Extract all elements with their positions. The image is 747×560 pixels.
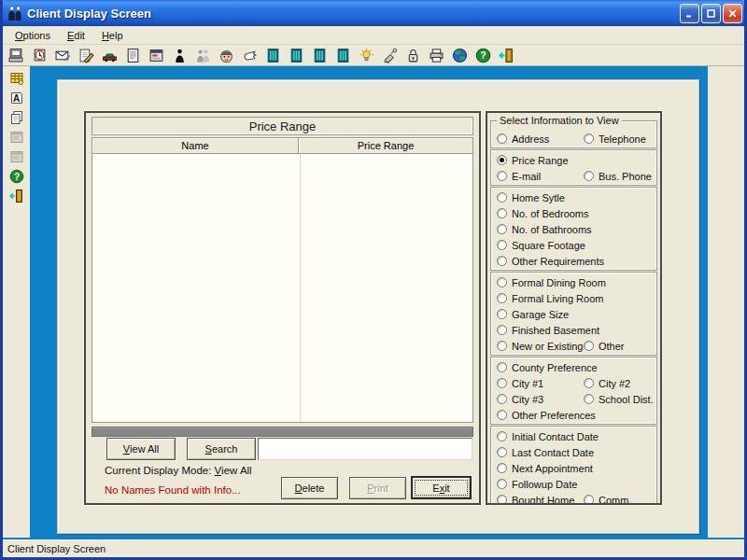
clipboard-copy-icon[interactable] (7, 109, 26, 125)
radio-label: Next Appointment (512, 463, 593, 474)
radio-telephone[interactable]: Telephone (584, 133, 646, 145)
radio-button-circle[interactable] (497, 192, 507, 203)
radio-button-circle[interactable] (584, 341, 594, 351)
radio-new-or-existing[interactable]: New or Existing (497, 341, 584, 352)
close-button[interactable] (723, 4, 742, 23)
radio-button-circle[interactable] (497, 208, 507, 218)
radio-button-circle[interactable] (497, 133, 507, 144)
radio-garage-size[interactable]: Garage Size (497, 309, 569, 320)
font-letter-a-icon[interactable]: A (7, 90, 26, 105)
exit-door-icon[interactable] (7, 188, 26, 203)
radio-button-circle[interactable] (497, 277, 507, 287)
radio-button-circle[interactable] (497, 447, 507, 457)
exit-button[interactable]: Exit (411, 476, 472, 499)
face-icon[interactable] (217, 46, 235, 64)
door-gate-icon-2[interactable] (287, 46, 305, 64)
radio-price-range[interactable]: Price Range (497, 155, 569, 166)
radio-next-appointment[interactable]: Next Appointment (497, 463, 593, 474)
radio-button-circle[interactable] (497, 495, 507, 505)
menu-help[interactable]: Help (93, 28, 132, 43)
satellite-icon[interactable] (380, 46, 399, 64)
computer-icon[interactable] (7, 46, 25, 64)
radio-button-circle[interactable] (584, 378, 594, 388)
menu-edit[interactable]: Edit (59, 28, 93, 43)
radio-button-circle[interactable] (497, 293, 507, 303)
spreadsheet-grid-icon[interactable] (7, 70, 26, 86)
radio-button-circle[interactable] (497, 256, 507, 266)
radio-button-circle[interactable] (497, 410, 507, 420)
radio-button-circle[interactable] (497, 431, 507, 441)
mail-envelope-icon[interactable] (53, 46, 72, 64)
radio-initial-contact-date[interactable]: Initial Contact Date (497, 431, 599, 442)
help-icon[interactable]: ? (473, 46, 492, 64)
radio-comm[interactable]: Comm. (584, 495, 631, 506)
radio-button-circle[interactable] (497, 155, 507, 165)
person-icon[interactable] (170, 46, 189, 64)
radio-button-circle[interactable] (584, 495, 594, 505)
car-icon[interactable] (100, 46, 119, 64)
radio-button-circle[interactable] (497, 240, 507, 250)
delete-button[interactable]: Delete (281, 477, 338, 499)
radio-button-circle[interactable] (584, 133, 594, 144)
radio-button-circle[interactable] (497, 394, 507, 404)
radio-other-preferences[interactable]: Other Preferences (497, 410, 596, 421)
lightbulb-icon[interactable] (357, 46, 375, 64)
hand-icon[interactable] (240, 46, 259, 64)
two-people-icon[interactable] (7, 5, 23, 21)
radio-other[interactable]: Other (584, 341, 625, 352)
radio-button-circle[interactable] (497, 463, 507, 473)
notepad-icon[interactable] (123, 46, 142, 64)
radio-no-of-bedrooms[interactable]: No. of Bedrooms (497, 208, 589, 219)
radio-button-circle[interactable] (497, 325, 507, 335)
people-disabled-icon[interactable] (193, 46, 212, 64)
radio-bus-phone[interactable]: Bus. Phone (584, 171, 652, 182)
radio-button-circle[interactable] (497, 362, 507, 372)
lock-icon[interactable] (403, 46, 422, 64)
screen-disabled-icon-1[interactable] (7, 129, 26, 145)
globe-icon[interactable] (450, 46, 469, 64)
search-button[interactable]: Search (187, 438, 256, 460)
radio-city-1[interactable]: City #1 (497, 378, 584, 389)
radio-city-2[interactable]: City #2 (584, 378, 630, 389)
radio-address[interactable]: Address (497, 133, 584, 145)
radio-button-circle[interactable] (497, 341, 507, 351)
radio-e-mail[interactable]: E-mail (497, 171, 584, 182)
screen-icon[interactable] (147, 46, 165, 64)
table-body[interactable] (92, 154, 473, 423)
printer-icon[interactable] (427, 46, 445, 64)
door-gate-icon-4[interactable] (333, 46, 352, 64)
radio-button-circle[interactable] (497, 378, 507, 388)
minimize-button[interactable] (680, 4, 699, 23)
radio-finished-basement[interactable]: Finished Basement (497, 325, 599, 336)
door-gate-icon-3[interactable] (310, 46, 329, 64)
radio-other-requirements[interactable]: Other Requirements (497, 256, 604, 267)
radio-button-circle[interactable] (584, 171, 594, 181)
radio-formal-living-room[interactable]: Formal Living Room (497, 293, 603, 304)
radio-school-dist[interactable]: School Dist. (584, 394, 654, 405)
radio-no-of-bathrooms[interactable]: No. of Bathrooms (497, 224, 592, 235)
radio-bought-home[interactable]: Bought Home (497, 495, 584, 506)
screen-disabled-icon-2[interactable] (7, 148, 26, 164)
horizontal-scrollbar[interactable] (92, 427, 473, 437)
menu-options[interactable]: Options (7, 28, 59, 43)
radio-county-preference[interactable]: County Preference (497, 362, 598, 373)
door-gate-icon-1[interactable] (263, 46, 282, 64)
radio-button-circle[interactable] (497, 479, 507, 489)
radio-button-circle[interactable] (584, 394, 594, 404)
clock-icon[interactable] (30, 46, 49, 64)
radio-button-circle[interactable] (497, 224, 507, 234)
radio-formal-dining-room[interactable]: Formal Dining Room (497, 277, 606, 288)
radio-followup-date[interactable]: Followup Date (497, 479, 577, 490)
view-all-button[interactable]: View All (106, 438, 176, 460)
note-pencil-icon[interactable] (77, 46, 95, 64)
radio-button-circle[interactable] (497, 171, 507, 181)
radio-home-sytle[interactable]: Home Sytle (497, 192, 565, 203)
exit-door-icon[interactable] (497, 46, 515, 64)
search-input[interactable] (258, 438, 472, 460)
help-icon[interactable]: ? (7, 168, 26, 184)
radio-city-3[interactable]: City #3 (497, 394, 584, 405)
radio-last-contact-date[interactable]: Last Contact Date (497, 447, 594, 458)
maximize-button[interactable] (701, 4, 721, 23)
radio-button-circle[interactable] (497, 309, 507, 319)
radio-square-footage[interactable]: Square Footage (497, 240, 585, 251)
